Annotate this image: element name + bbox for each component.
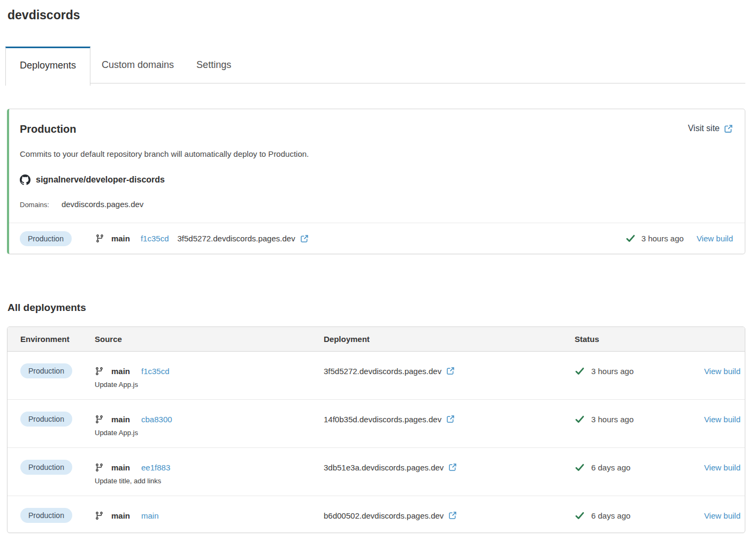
git-branch-icon: [95, 511, 104, 520]
environment-badge: Production: [20, 363, 72, 378]
deployment-url: 3f5d5272.devdiscords.pages.dev: [178, 234, 295, 243]
deployment-url: 3f5d5272.devdiscords.pages.dev: [324, 367, 441, 376]
domains-label: Domains:: [20, 201, 49, 209]
deployment-url-link[interactable]: 3f5d5272.devdiscords.pages.dev: [324, 367, 455, 376]
deployment-url: 14f0b35d.devdiscords.pages.dev: [324, 415, 441, 424]
production-title: Production: [20, 123, 77, 135]
visit-site-label: Visit site: [688, 123, 720, 134]
branch-name: main: [111, 463, 130, 472]
column-header-source: Source: [95, 334, 324, 344]
domains-line: Domains: devdiscords.pages.dev: [20, 200, 733, 209]
commit-message: Update App.js: [95, 428, 324, 438]
tab-bar: Deployments Custom domains Settings: [7, 47, 745, 83]
status-time: 3 hours ago: [591, 367, 633, 376]
git-branch-icon: [95, 234, 104, 243]
page-title: devdiscords: [7, 6, 745, 22]
domains-value: devdiscords.pages.dev: [62, 200, 143, 209]
view-build-link[interactable]: View build: [704, 415, 740, 424]
repo-line: signalnerve/developer-discords: [20, 174, 733, 185]
external-link-icon: [448, 463, 457, 472]
visit-site-link[interactable]: Visit site: [688, 123, 733, 134]
commit-link[interactable]: f1c35cd: [141, 234, 169, 243]
commit-message: Update title, add links: [95, 476, 324, 486]
deployment-url-link[interactable]: 3db51e3a.devdiscords.pages.dev: [324, 463, 457, 472]
check-icon: [575, 511, 585, 521]
tab-deployments[interactable]: Deployments: [5, 47, 90, 86]
status-time: 6 days ago: [591, 511, 630, 520]
table-body: Production main f1c35cd Update App.js 3f…: [7, 352, 745, 533]
table-header-row: Environment Source Deployment Status: [7, 327, 745, 352]
git-branch-icon: [95, 463, 104, 472]
branch-name: main: [111, 234, 130, 243]
view-build-link[interactable]: View build: [697, 234, 733, 243]
status-time: 3 hours ago: [642, 234, 684, 243]
deployment-url: b6d00502.devdiscords.pages.dev: [324, 511, 444, 520]
commit-message: Update App.js: [95, 380, 324, 390]
branch-name: main: [111, 415, 130, 424]
commit-link[interactable]: ee1f883: [141, 463, 170, 472]
production-card-body: Production Visit site Commits to your de…: [9, 109, 745, 223]
environment-badge: Production: [20, 508, 72, 523]
external-link-icon: [724, 124, 733, 133]
all-deployments-title: All deployments: [7, 301, 745, 314]
commit-link[interactable]: main: [141, 511, 159, 520]
status-time: 6 days ago: [591, 463, 630, 472]
view-build-link[interactable]: View build: [704, 367, 740, 376]
check-icon: [575, 414, 585, 424]
deployment-url-link[interactable]: b6d00502.devdiscords.pages.dev: [324, 511, 457, 520]
tab-settings[interactable]: Settings: [185, 47, 242, 83]
column-header-environment: Environment: [20, 334, 95, 344]
commit-link[interactable]: cba8300: [141, 415, 172, 424]
deployment-row: Production main main b6d00502.devdiscord…: [7, 496, 745, 533]
deployment-row: Production main cba8300 Update App.js 14…: [7, 399, 745, 447]
deployment-url-link[interactable]: 14f0b35d.devdiscords.pages.dev: [324, 415, 455, 424]
view-build-link[interactable]: View build: [704, 511, 740, 520]
page: devdiscords Deployments Custom domains S…: [0, 0, 756, 533]
external-link-icon: [300, 234, 309, 243]
check-icon: [625, 233, 636, 244]
production-deployment-row: Production main f1c35cd 3f5d5272.devdisc…: [9, 223, 745, 254]
branch-name: main: [111, 511, 130, 520]
environment-badge: Production: [20, 231, 72, 246]
deployment-url: 3db51e3a.devdiscords.pages.dev: [324, 463, 444, 472]
git-branch-icon: [95, 367, 104, 376]
production-card: Production Visit site Commits to your de…: [7, 109, 745, 254]
deployment-url-link[interactable]: 3f5d5272.devdiscords.pages.dev: [178, 234, 309, 243]
deployment-row: Production main f1c35cd Update App.js 3f…: [7, 352, 745, 399]
deployments-table: Environment Source Deployment Status Pro…: [7, 326, 745, 533]
external-link-icon: [448, 511, 457, 520]
column-header-deployment: Deployment: [324, 334, 575, 344]
status-time: 3 hours ago: [591, 415, 633, 424]
column-header-status: Status: [575, 334, 694, 344]
environment-badge: Production: [20, 412, 72, 427]
production-description: Commits to your default repository branc…: [20, 149, 733, 159]
deployment-row: Production main ee1f883 Update title, ad…: [7, 447, 745, 496]
github-icon: [20, 174, 30, 185]
commit-link[interactable]: f1c35cd: [141, 367, 170, 376]
branch-name: main: [111, 367, 130, 376]
environment-badge: Production: [20, 460, 72, 475]
view-build-link[interactable]: View build: [704, 463, 740, 472]
external-link-icon: [446, 415, 455, 423]
external-link-icon: [446, 367, 455, 375]
repo-name: signalnerve/developer-discords: [36, 175, 165, 185]
git-branch-icon: [95, 415, 104, 424]
tab-custom-domains[interactable]: Custom domains: [90, 47, 185, 83]
check-icon: [575, 462, 585, 473]
check-icon: [575, 366, 585, 376]
